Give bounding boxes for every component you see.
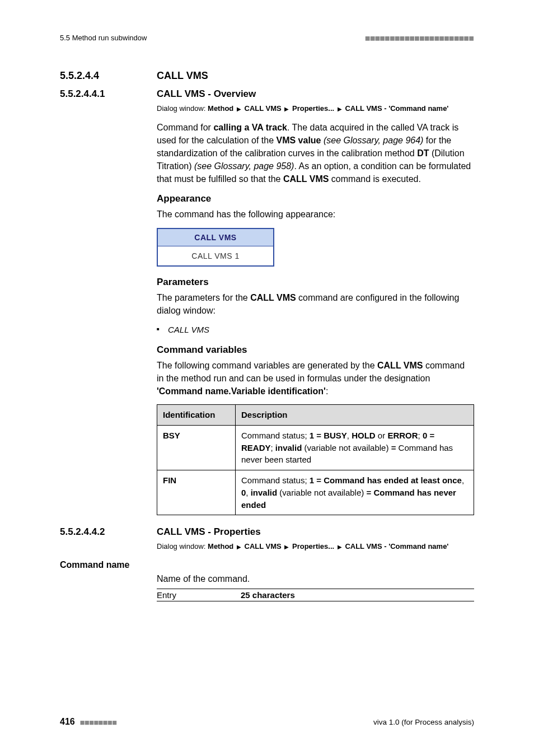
dialog-path-part: Properties... xyxy=(292,104,334,113)
entry-label: Entry xyxy=(157,590,241,600)
dialog-path-part: Properties... xyxy=(292,542,334,550)
chevron-right-icon: ▶ xyxy=(236,544,242,550)
table-header-cell: Identification xyxy=(157,405,236,426)
footer-doc-title: viva 1.0 (for Process analysis) xyxy=(373,718,474,726)
chevron-right-icon: ▶ xyxy=(283,544,290,550)
dialog-path-part: CALL VMS - 'Command name' xyxy=(345,104,448,113)
dialog-path-label: Dialog window: xyxy=(157,542,208,550)
dialog-path-part: CALL VMS - 'Command name' xyxy=(345,542,448,550)
dialog-path-part: Method xyxy=(208,104,233,113)
list-item: CALL VMS xyxy=(157,324,474,337)
chevron-right-icon: ▶ xyxy=(236,106,242,112)
cmdvar-text: The following command variables are gene… xyxy=(157,359,474,398)
callvms-appearance-block: CALL VMS CALL VMS 1 xyxy=(157,228,274,267)
chevron-right-icon: ▶ xyxy=(336,544,343,550)
subsection-heading: 5.5.2.4.4.2 CALL VMS - Properties xyxy=(60,526,474,538)
appearance-text: The command has the following appearance… xyxy=(157,208,474,221)
dialog-path-part: Method xyxy=(208,542,233,550)
dialog-path-part: CALL VMS xyxy=(245,104,282,113)
header-decoration: ■■■■■■■■■■■■■■■■■■■■■■ xyxy=(366,34,474,42)
var-description: Command status; 1 = Command has ended at… xyxy=(236,470,474,515)
overview-paragraph: Command for calling a VA track. The data… xyxy=(157,121,474,186)
dialog-path: Dialog window: Method ▶ CALL VMS ▶ Prope… xyxy=(157,541,474,552)
running-header: 5.5 Method run subwindow ■■■■■■■■■■■■■■■… xyxy=(60,34,474,42)
section-title: CALL VMS xyxy=(157,70,208,82)
entry-row: Entry 25 characters xyxy=(157,589,474,601)
section-number: 5.5.2.4.4 xyxy=(60,70,135,82)
parameters-list: CALL VMS xyxy=(157,324,474,337)
page-number: 416 xyxy=(60,717,75,726)
callvms-block-body: CALL VMS 1 xyxy=(158,246,273,265)
chevron-right-icon: ▶ xyxy=(336,106,343,112)
command-name-text: Name of the command. xyxy=(157,572,474,585)
dialog-path: Dialog window: Method ▶ CALL VMS ▶ Prope… xyxy=(157,103,474,114)
var-identification: FIN xyxy=(157,470,236,515)
table-header-row: Identification Description xyxy=(157,405,474,426)
subsection-number: 5.5.2.4.4.1 xyxy=(60,88,135,100)
subsection-title: CALL VMS - Overview xyxy=(157,88,256,100)
footer-decoration: ■■■■■■■■ xyxy=(80,718,117,726)
appearance-heading: Appearance xyxy=(157,193,474,204)
command-variables-table: Identification Description BSY Command s… xyxy=(157,404,474,515)
subsection-title: CALL VMS - Properties xyxy=(157,526,261,538)
footer-left: 416 ■■■■■■■■ xyxy=(60,717,117,727)
parameters-text: The parameters for the CALL VMS command … xyxy=(157,291,474,317)
dialog-path-part: CALL VMS xyxy=(245,542,282,550)
table-header-cell: Description xyxy=(236,405,474,426)
entry-value: 25 characters xyxy=(241,590,295,600)
table-row: FIN Command status; 1 = Command has ende… xyxy=(157,470,474,515)
callvms-block-header: CALL VMS xyxy=(158,229,273,246)
chevron-right-icon: ▶ xyxy=(283,106,290,112)
var-identification: BSY xyxy=(157,425,236,470)
command-name-label: Command name xyxy=(60,560,474,570)
subsection-heading: 5.5.2.4.4.1 CALL VMS - Overview xyxy=(60,88,474,100)
page-footer: 416 ■■■■■■■■ viva 1.0 (for Process analy… xyxy=(60,717,474,727)
var-description: Command status; 1 = BUSY, HOLD or ERROR;… xyxy=(236,425,474,470)
cmdvar-heading: Command variables xyxy=(157,344,474,356)
parameters-heading: Parameters xyxy=(157,277,474,288)
subsection-number: 5.5.2.4.4.2 xyxy=(60,526,135,538)
dialog-path-label: Dialog window: xyxy=(157,104,208,113)
table-row: BSY Command status; 1 = BUSY, HOLD or ER… xyxy=(157,425,474,470)
section-heading: 5.5.2.4.4 CALL VMS xyxy=(60,70,474,82)
running-title: 5.5 Method run subwindow xyxy=(60,34,147,42)
